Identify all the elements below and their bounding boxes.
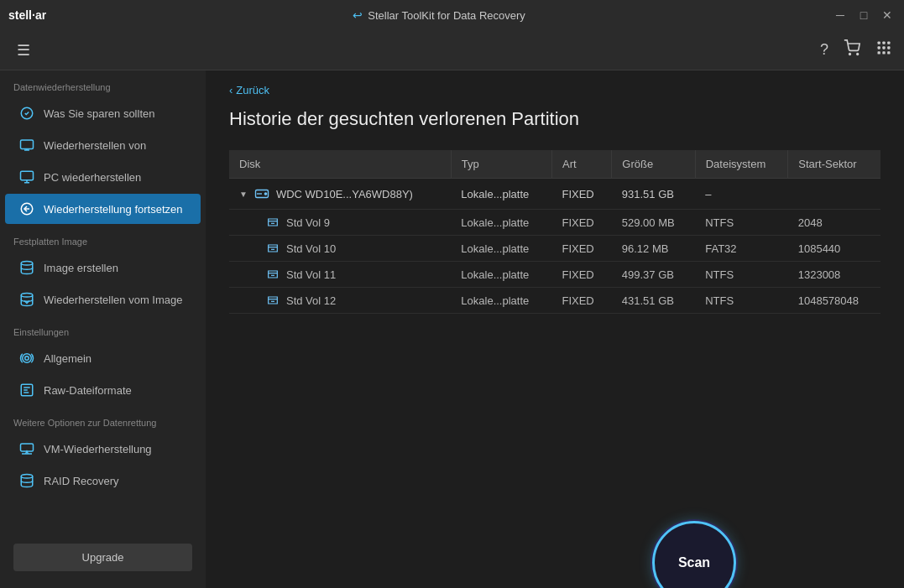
main-layout: Datenwiederherstellung Was Sie sparen so… xyxy=(0,70,904,588)
vol-row[interactable]: Std Vol 12Lokale...platteFIXED431.51 GBN… xyxy=(229,288,880,314)
page-title: Historie der gesuchten verlorenen Partit… xyxy=(229,108,880,130)
vol-name: Std Vol 10 xyxy=(286,242,336,255)
sidebar-label-pc-wiederherstellen: PC wiederherstellen xyxy=(44,171,141,184)
sidebar-item-raw-dateiformate[interactable]: Raw-Dateiformate xyxy=(5,375,201,405)
table-header-row: Disk Typ Art Größe Dateisystem Start-Sek… xyxy=(229,150,880,179)
disk-start-sektor xyxy=(788,179,880,210)
svg-rect-2 xyxy=(878,42,880,44)
vol-dateisystem: NTFS xyxy=(695,210,788,236)
sidebar-item-wiederherstellung-fortsetzen[interactable]: Wiederherstellung fortsetzen xyxy=(5,194,201,224)
col-header-typ: Typ xyxy=(451,150,551,179)
sidebar-section-datenwiederherstellung: Datenwiederherstellung xyxy=(0,70,206,97)
vol-groesse: 96.12 MB xyxy=(612,236,695,262)
disk-name: WDC WD10E...YA6WD88Y) xyxy=(276,188,413,200)
svg-point-17 xyxy=(21,294,33,298)
disk-dateisystem: – xyxy=(695,179,788,210)
vol-name-cell: Std Vol 9 xyxy=(229,210,451,236)
sidebar-item-wiederherstellen-von[interactable]: Wiederherstellen von xyxy=(5,130,201,160)
svg-point-0 xyxy=(849,54,851,55)
maximize-button[interactable]: □ xyxy=(855,7,872,23)
svg-rect-6 xyxy=(882,46,885,49)
vol-typ: Lokale...platte xyxy=(451,210,551,236)
sidebar-section-einstellungen: Einstellungen xyxy=(0,315,206,342)
sidebar-label-raw-dateiformate: Raw-Dateiformate xyxy=(44,384,132,397)
svg-rect-12 xyxy=(21,140,34,149)
col-header-art: Art xyxy=(551,150,611,179)
vol-row[interactable]: Std Vol 10Lokale...platteFIXED96.12 MBFA… xyxy=(229,236,880,262)
sidebar-label-vm-wiederherstellung: VM-Wiederherstellung xyxy=(44,443,152,455)
svg-point-1 xyxy=(857,54,859,55)
apps-icon[interactable] xyxy=(875,39,892,60)
sidebar: Datenwiederherstellung Was Sie sparen so… xyxy=(0,70,206,588)
toggle-arrow-icon[interactable]: ▼ xyxy=(239,190,248,199)
minimize-button[interactable]: ─ xyxy=(832,7,849,23)
was-sie-icon xyxy=(18,105,35,122)
svg-rect-10 xyxy=(887,51,890,54)
svg-rect-7 xyxy=(887,46,890,49)
col-header-disk: Disk xyxy=(229,150,451,179)
svg-point-18 xyxy=(25,356,29,361)
cart-icon[interactable] xyxy=(844,39,860,60)
vol-name-cell: Std Vol 11 xyxy=(229,262,451,288)
svg-point-19 xyxy=(23,354,32,363)
sidebar-item-vm-wiederherstellung[interactable]: VM-Wiederherstellung xyxy=(5,434,201,464)
window-title: Stellar ToolKit for Data Recovery xyxy=(368,9,525,22)
sidebar-label-wiederherstellung-fortsetzen: Wiederherstellung fortsetzen xyxy=(44,203,182,216)
vol-startsektor: 2048 xyxy=(788,210,880,236)
help-icon[interactable]: ? xyxy=(820,41,828,59)
toolbar-left: ☰ xyxy=(12,38,35,63)
sidebar-section-weitere-optionen: Weitere Optionen zur Datenrettung xyxy=(0,406,206,433)
vol-row[interactable]: Std Vol 11Lokale...platteFIXED499.37 GBN… xyxy=(229,262,880,288)
upgrade-button[interactable]: Upgrade xyxy=(13,544,192,571)
title-bar: stell·ar ↩ Stellar ToolKit for Data Reco… xyxy=(0,0,904,30)
disk-drive-icon xyxy=(254,186,269,201)
vol-dateisystem: FAT32 xyxy=(695,236,788,262)
vol-name: Std Vol 11 xyxy=(286,268,336,281)
back-link[interactable]: ‹ Zurück xyxy=(229,84,880,96)
vol-typ: Lokale...platte xyxy=(451,262,551,288)
vol-startsektor: 1323008 xyxy=(788,262,880,288)
logo-text: stell·ar xyxy=(8,8,46,22)
col-header-start-sektor: Start-Sektor xyxy=(788,150,880,179)
hamburger-button[interactable]: ☰ xyxy=(12,38,35,63)
vol-art: FIXED xyxy=(551,210,611,236)
toolbar: ☰ ? xyxy=(0,30,904,70)
vol-startsektor: 1048578048 xyxy=(788,288,880,314)
vol-groesse: 431.51 GB xyxy=(612,288,695,314)
sidebar-label-was-sie: Was Sie sparen sollten xyxy=(44,107,154,120)
svg-rect-5 xyxy=(878,46,880,49)
app-logo: stell·ar xyxy=(8,8,46,22)
vol-row[interactable]: Std Vol 9Lokale...platteFIXED529.00 MBNT… xyxy=(229,210,880,236)
sidebar-label-wiederherstellen-image: Wiederherstellen vom Image xyxy=(44,294,182,306)
vol-name-cell: Std Vol 12 xyxy=(229,288,451,314)
sidebar-label-raid-recovery: RAID Recovery xyxy=(44,475,119,487)
sidebar-item-was-sie[interactable]: Was Sie sparen sollten xyxy=(5,98,201,128)
svg-rect-3 xyxy=(882,42,885,44)
sidebar-section-festplatten-image: Festplatten Image xyxy=(0,225,206,252)
back-link-text: Zurück xyxy=(236,84,269,96)
vol-partition-icon xyxy=(266,268,280,281)
svg-rect-13 xyxy=(21,171,34,180)
toolbar-right: ? xyxy=(820,39,892,60)
raw-dateiformate-icon xyxy=(18,382,35,398)
sidebar-item-image-erstellen[interactable]: Image erstellen xyxy=(5,252,201,283)
sidebar-label-allgemein: Allgemein xyxy=(44,352,91,365)
disk-row[interactable]: ▼ WDC WD10E...YA6WD88Y) xyxy=(229,179,880,210)
sidebar-item-pc-wiederherstellen[interactable]: PC wiederherstellen xyxy=(5,162,201,192)
pc-wiederherstellen-icon xyxy=(18,169,35,185)
disk-cell-content: ▼ WDC WD10E...YA6WD88Y) xyxy=(239,186,441,201)
svg-rect-4 xyxy=(887,42,890,44)
wiederherstellen-von-icon xyxy=(18,137,35,154)
sidebar-item-raid-recovery[interactable]: RAID Recovery xyxy=(5,466,201,496)
vol-typ: Lokale...platte xyxy=(451,288,551,314)
close-button[interactable]: ✕ xyxy=(879,7,896,23)
sidebar-item-allgemein[interactable]: Allgemein xyxy=(5,343,201,373)
sidebar-item-wiederherstellen-image[interactable]: Wiederherstellen vom Image xyxy=(5,284,201,315)
disk-groesse: 931.51 GB xyxy=(612,179,695,210)
col-header-dateisystem: Dateisystem xyxy=(695,150,788,179)
vol-dateisystem: NTFS xyxy=(695,288,788,314)
title-bar-left: stell·ar xyxy=(8,8,46,22)
col-header-groesse: Größe xyxy=(612,150,695,179)
vol-dateisystem: NTFS xyxy=(695,262,788,288)
wiederherstellen-image-icon xyxy=(18,291,35,308)
